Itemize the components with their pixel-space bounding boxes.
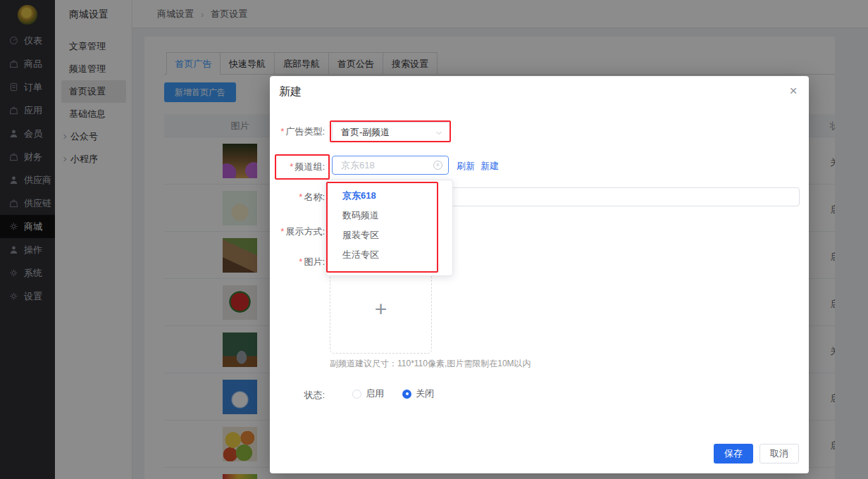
create-ad-dialog: 新建 × *广告类型: 首页-副频道 *频道组: 京东618 × 刷新 新建 *…: [270, 76, 809, 473]
image-size-hint: 副频道建议尺寸：110*110像素,图片需限制在10M以内: [330, 358, 531, 370]
channel-group-input[interactable]: 京东618 ×: [332, 156, 449, 175]
radio-disable[interactable]: [402, 390, 411, 399]
radio-enable-label: 启用: [366, 387, 384, 400]
image-upload-box[interactable]: +: [330, 270, 432, 354]
required-mark: *: [290, 161, 293, 172]
channel-group-dropdown: 京东618 数码频道 服装专区 生活专区: [326, 180, 453, 276]
required-mark: *: [299, 256, 302, 267]
dropdown-option-clothing[interactable]: 服装专区: [326, 225, 452, 245]
dropdown-option-digital[interactable]: 数码频道: [326, 206, 452, 225]
ad-type-label: *广告类型:: [270, 125, 325, 138]
radio-enable[interactable]: [352, 390, 361, 399]
required-mark: *: [280, 126, 284, 137]
channel-group-label: *频道组:: [270, 161, 325, 173]
channel-group-placeholder: 京东618: [341, 160, 375, 170]
display-mode-label: *展示方式:: [270, 225, 325, 238]
dialog-title: 新建: [279, 85, 302, 99]
ad-type-value: 首页-副频道: [341, 127, 390, 137]
cancel-button[interactable]: 取消: [760, 444, 799, 464]
app-window: 仪表 商品 订单 应用 会员 财务: [0, 0, 868, 479]
create-channel-link[interactable]: 新建: [480, 160, 499, 173]
status-label: 状态:: [270, 389, 325, 402]
dropdown-option-lifestyle[interactable]: 生活专区: [326, 245, 452, 265]
image-label: *图片:: [270, 256, 325, 268]
save-button[interactable]: 保存: [714, 444, 753, 464]
required-mark: *: [299, 192, 302, 202]
name-label: *名称:: [270, 191, 325, 204]
radio-disable-label: 关闭: [416, 387, 434, 400]
close-icon[interactable]: ×: [784, 82, 802, 100]
refresh-link[interactable]: 刷新: [457, 160, 475, 173]
required-mark: *: [280, 226, 284, 237]
ad-type-select[interactable]: 首页-副频道: [332, 122, 450, 142]
chevron-down-icon: [435, 130, 442, 137]
plus-icon: +: [330, 297, 431, 321]
clear-input-icon[interactable]: ×: [433, 161, 442, 170]
status-radio-group: 启用 关闭: [352, 388, 452, 399]
dropdown-option-jd618[interactable]: 京东618: [326, 186, 452, 206]
